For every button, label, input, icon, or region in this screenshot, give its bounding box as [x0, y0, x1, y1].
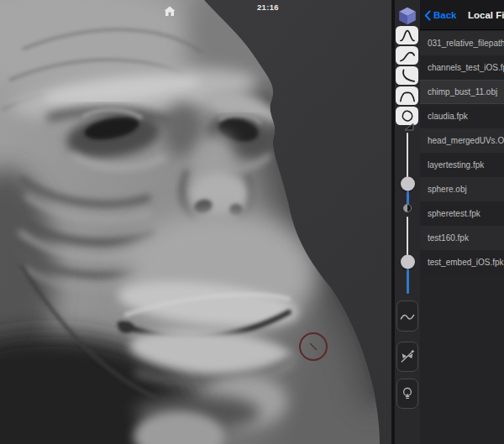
smooth-stroke-button[interactable] [396, 300, 418, 332]
intensity-icon [402, 203, 412, 213]
symmetry-button[interactable] [396, 342, 418, 372]
plateau-curve-icon [397, 88, 417, 103]
rise-curve-icon [397, 48, 417, 63]
file-row[interactable]: test_embed_iOS.fpk [420, 250, 504, 274]
left-toolbar [395, 0, 420, 444]
file-row[interactable]: channels_test_iOS.fpk [420, 55, 504, 80]
file-row[interactable]: test160.fpk [420, 226, 504, 250]
file-row[interactable]: sphere.obj [420, 177, 504, 201]
sculpture-chimp-bust [0, 0, 391, 444]
file-row[interactable]: claudia.fpk [420, 104, 504, 128]
file-row[interactable]: layertesting.fpk [420, 153, 504, 177]
panel-header: Back Local Files [420, 0, 504, 30]
chevron-left-icon [424, 10, 431, 21]
pressure-wedge-icon [404, 123, 414, 131]
brush-intensity-slider[interactable] [395, 217, 420, 294]
smooth-stroke-icon [398, 307, 417, 326]
file-row[interactable]: 031_relative_filepath_te [420, 31, 504, 55]
symmetry-off-icon [398, 347, 417, 366]
falloff-plateau-button[interactable] [396, 86, 418, 105]
file-row[interactable]: chimp_bust_11.obj [420, 80, 504, 104]
bell-curve-icon [397, 28, 417, 43]
falloff-rise-button[interactable] [396, 46, 418, 65]
viewport-3d[interactable]: 21:16 [0, 0, 391, 444]
panel-title: Local Files [468, 0, 504, 30]
file-row[interactable]: spheretest.fpk [420, 201, 504, 226]
app-window: 21:16 [0, 0, 504, 444]
home-icon[interactable] [163, 5, 176, 18]
brush-size-slider[interactable] [395, 133, 420, 212]
file-browser-panel: Back Local Files 031_relative_filepath_t… [420, 0, 504, 444]
lightbulb-icon [398, 384, 417, 403]
file-row[interactable]: head_mergedUVs.OBJ. [420, 128, 504, 153]
file-list: 031_relative_filepath_techannels_test_iO… [420, 31, 504, 274]
slider-handle[interactable] [401, 177, 415, 191]
status-bar-time: 21:16 [257, 3, 279, 12]
scene-cube-icon[interactable] [397, 6, 417, 26]
slider-handle[interactable] [401, 255, 415, 269]
lighting-button[interactable] [396, 379, 418, 409]
back-button[interactable]: Back [424, 0, 457, 30]
blob-shape-icon [397, 108, 417, 123]
falloff-decay-button[interactable] [396, 66, 418, 85]
sharp-decay-curve-icon [397, 68, 417, 83]
back-label: Back [433, 10, 457, 20]
falloff-bell-button[interactable] [396, 26, 418, 44]
